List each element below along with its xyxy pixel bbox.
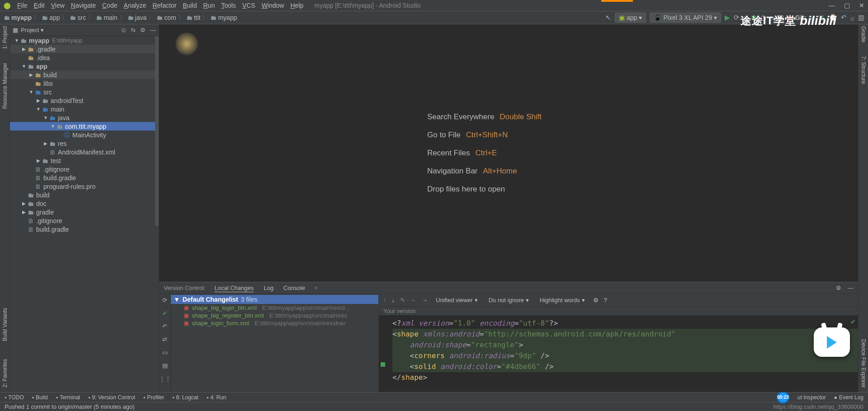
next-diff-icon[interactable]: ↓ [392, 297, 395, 304]
breadcrumb-ttit[interactable]: 🖿ttit [186, 14, 201, 21]
breadcrumb-myapp[interactable]: 🖿myapp [4, 14, 32, 21]
tree-item--gradle[interactable]: ▶🖿.gradle [10, 45, 159, 53]
video-play-button[interactable] [814, 327, 850, 357]
tree-item-res[interactable]: ▶🖿res [10, 139, 159, 148]
back-icon[interactable]: ← [410, 297, 416, 304]
sync-icon[interactable]: ↖ [605, 14, 611, 22]
expand-arrow[interactable]: ▼ [14, 38, 20, 43]
diff-icon[interactable]: ⇄ [162, 336, 167, 343]
expand-arrow[interactable]: ▼ [42, 115, 49, 120]
event-log-button[interactable]: ● Event Log [834, 394, 863, 401]
breadcrumb-app[interactable]: 🖿app [42, 14, 60, 21]
menu-file[interactable]: File [17, 2, 28, 9]
search-icon[interactable]: ⌕ [850, 14, 854, 22]
tool-resource-manager[interactable]: Resource Manager [2, 63, 8, 109]
bottom-tool-profiler[interactable]: ▪ Profiler [143, 394, 164, 401]
breadcrumb-myapp[interactable]: 🖿myapp [210, 14, 237, 21]
tool-project[interactable]: 1: Project [2, 26, 8, 49]
tree-item--gitignore[interactable]: 🗎.gitignore [10, 216, 159, 225]
tree-item-build-gradle[interactable]: 🗎build.gradle [10, 225, 159, 234]
changelist-icon[interactable]: ▤ [162, 362, 168, 369]
prev-diff-icon[interactable]: ↑ [383, 297, 387, 304]
tree-item-build[interactable]: ▶🖿build [10, 70, 159, 79]
rollback-icon[interactable]: ↶ [162, 323, 167, 330]
collapse-icon[interactable]: ⇆ [131, 27, 136, 33]
tree-item-com-ttit-myapp[interactable]: ▼🖿com.ttit.myapp [10, 122, 159, 131]
bottom-tool-build[interactable]: ▪ Build [32, 394, 48, 401]
help-icon[interactable]: ? [604, 297, 607, 304]
edit-icon[interactable]: ✎ [400, 297, 405, 304]
apply-changes-icon[interactable]: ⟳ [734, 14, 740, 22]
group-icon[interactable]: ⋮⋮ [159, 375, 171, 382]
ignore-selector[interactable]: Do not ignore ▾ [486, 296, 532, 304]
gear-icon[interactable]: ⚙ [593, 297, 599, 304]
vc-tab-console[interactable]: Console [283, 283, 306, 293]
maximize-icon[interactable]: ▢ [844, 2, 850, 9]
menu-vcs[interactable]: VCS [242, 2, 255, 9]
shelf-icon[interactable]: ▭ [162, 349, 168, 356]
menu-window[interactable]: Window [262, 2, 284, 9]
menu-code[interactable]: Code [102, 2, 117, 9]
viewer-selector[interactable]: Unified viewer ▾ [433, 296, 481, 304]
run-icon[interactable]: ▶ [725, 14, 730, 22]
close-icon[interactable]: ✕ [859, 2, 864, 9]
expand-arrow[interactable]: ▼ [50, 124, 56, 129]
git-revert-icon[interactable]: ↶ [841, 14, 847, 22]
tree-item-libs[interactable]: 🖿libs [10, 79, 159, 88]
tree-item-myapp[interactable]: ▼🖿myappE:\ttit\myapp [10, 36, 159, 45]
tool-gradle[interactable]: Gradle [860, 26, 867, 42]
tree-item--gitignore[interactable]: 🗎.gitignore [10, 165, 159, 173]
gear-icon[interactable]: ⚙ [140, 27, 146, 33]
run-config-selector[interactable]: ▣ app ▾ [615, 13, 646, 23]
highlight-selector[interactable]: Highlight words ▾ [537, 296, 588, 304]
tree-item-gradle[interactable]: ▶🖿gradle [10, 208, 159, 216]
bottom-tool-todo[interactable]: ▪ TODO [5, 394, 24, 401]
expand-arrow[interactable]: ▶ [35, 98, 42, 103]
vc-tab-log[interactable]: Log [263, 283, 274, 293]
minimize-icon[interactable]: — [829, 2, 835, 9]
breadcrumb-com[interactable]: 🖿com [156, 14, 176, 21]
tree-item-androidTest[interactable]: ▶🖿androidTest [10, 96, 159, 105]
hide-icon[interactable]: — [150, 27, 156, 33]
menu-refactor[interactable]: Refactor [152, 2, 176, 9]
tool-build-variants[interactable]: Build Variants [2, 308, 8, 341]
bottom-tool-4--run[interactable]: ▪ 4: Run [207, 394, 226, 401]
scrollbar[interactable] [155, 36, 159, 226]
tree-item-build-gradle[interactable]: 🗎build.gradle [10, 173, 159, 182]
commit-icon[interactable]: ✔ [162, 310, 167, 317]
device-selector[interactable]: 📱 Pixel 3 XL API 29 ▾ [650, 13, 721, 23]
tree-item-AndroidManifest-xml[interactable]: 🗎AndroidManifest.xml [10, 148, 159, 156]
layout-inspector-button[interactable]: ut Inspector [797, 394, 826, 401]
bottom-tool-6--logcat[interactable]: ▪ 6: Logcat [172, 394, 198, 401]
changed-file[interactable]: ▣shape_login_form.xmlE:\ttit\myapp\app\s… [171, 319, 378, 327]
tree-item-test[interactable]: ▶🖿test [10, 156, 159, 165]
locate-icon[interactable]: ⊙ [121, 27, 126, 33]
tree-item-build[interactable]: 🖿build [10, 191, 159, 199]
expand-arrow[interactable]: ▶ [28, 72, 34, 77]
expand-arrow[interactable]: ▶ [42, 141, 49, 146]
expand-arrow[interactable]: ▶ [21, 201, 27, 206]
gear-icon[interactable]: ⚙ [836, 285, 841, 291]
menu-navigate[interactable]: Navigate [71, 2, 96, 9]
expand-arrow[interactable]: ▼ [28, 89, 34, 94]
project-view-selector[interactable]: Project ▾ [21, 27, 44, 33]
changelist-header[interactable]: ▼ Default Changelist 3 files [171, 295, 378, 304]
tool-favorites[interactable]: 2: Favorites [2, 359, 8, 388]
diff-code-view[interactable]: ✔ <?xml version="1.0" encoding="utf-8"?>… [379, 315, 858, 392]
tree-item--idea[interactable]: 🖿.idea [10, 53, 159, 62]
breadcrumb-main[interactable]: 🖿main [96, 14, 117, 21]
changed-file[interactable]: ▣shape_big_login_btn.xmlE:\ttit\myapp\ap… [171, 304, 378, 312]
tree-item-app[interactable]: ▼🖿app [10, 62, 159, 70]
tool-device-file-explorer[interactable]: Device File Explorer [860, 339, 867, 388]
breadcrumb-java[interactable]: 🖿java [127, 14, 147, 21]
tree-item-src[interactable]: ▼🖿src [10, 88, 159, 96]
menu-run[interactable]: Run [203, 2, 215, 9]
forward-icon[interactable]: → [422, 297, 428, 304]
vc-tab-local-changes[interactable]: Local Changes [214, 283, 255, 293]
tree-item-main[interactable]: ▼🖿main [10, 105, 159, 113]
tree-item-MainActivity[interactable]: ⒸMainActivity [10, 131, 159, 139]
tree-item-proguard-rules-pro[interactable]: 🗎proguard-rules.pro [10, 182, 159, 191]
expand-arrow[interactable]: ▼ [35, 107, 42, 112]
close-tab-icon[interactable]: × [314, 285, 318, 291]
menu-analyze[interactable]: Analyze [124, 2, 146, 9]
